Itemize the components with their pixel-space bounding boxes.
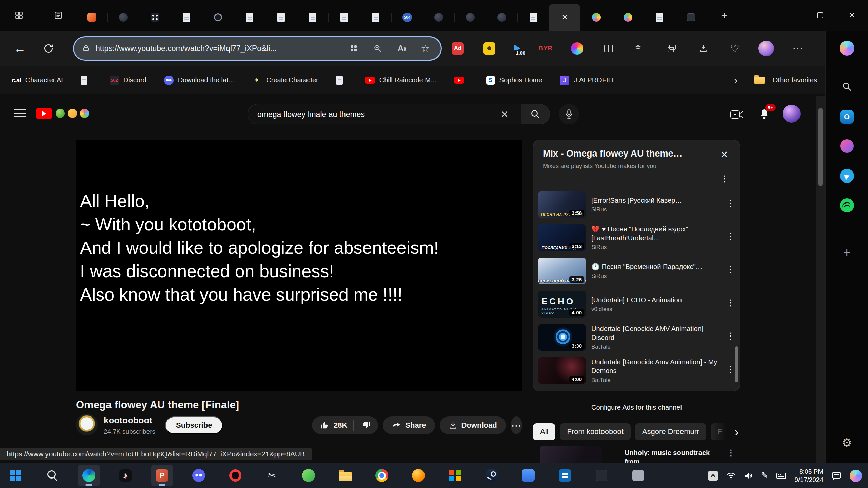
byr-extension-icon[interactable]: BYR xyxy=(536,39,555,58)
favorite-item[interactable] xyxy=(454,77,469,84)
related-video-row[interactable]: Unholy: music soundtrack from xyxy=(533,446,740,463)
playback-speed-extension-icon[interactable]: 1.00 xyxy=(511,42,524,55)
page-scrollbar-thumb[interactable] xyxy=(818,108,823,186)
browser-tab[interactable] xyxy=(517,4,549,30)
minimize-button[interactable] xyxy=(772,0,804,30)
browser-tab[interactable] xyxy=(454,4,486,30)
hidden-icons-chevron[interactable] xyxy=(708,471,718,481)
browser-tab[interactable] xyxy=(423,4,454,30)
search-input[interactable] xyxy=(248,104,521,124)
search-button[interactable] xyxy=(521,104,550,124)
chips-next-icon[interactable] xyxy=(734,425,740,440)
taskbar-item[interactable] xyxy=(371,465,393,486)
pen-icon[interactable] xyxy=(761,470,768,481)
browser-tab[interactable] xyxy=(171,4,202,30)
notifications-bell-icon[interactable]: 9+ xyxy=(755,105,773,124)
browser-essentials-icon[interactable] xyxy=(725,39,744,58)
tab-close-icon[interactable] xyxy=(561,13,568,22)
dislike-button[interactable] xyxy=(354,421,378,430)
item-kebab-icon[interactable] xyxy=(726,298,735,308)
taskbar-item[interactable] xyxy=(224,465,246,486)
download-button[interactable]: Download xyxy=(440,416,506,434)
designer-icon[interactable] xyxy=(837,137,856,156)
network-icon[interactable] xyxy=(726,472,736,480)
playlist-kebab-icon[interactable] xyxy=(720,174,729,184)
sidebar-search-icon[interactable] xyxy=(837,77,856,96)
split-screen-icon[interactable] xyxy=(599,39,618,58)
favorite-item[interactable]: Create Character xyxy=(252,75,318,85)
filter-chip[interactable]: All xyxy=(533,423,555,440)
touch-keyboard-icon[interactable] xyxy=(776,472,786,480)
related-kebab-icon[interactable] xyxy=(727,448,735,458)
taskbar-item[interactable] xyxy=(5,465,26,486)
taskbar-copilot-icon[interactable] xyxy=(850,470,862,482)
sidebar-add-icon[interactable] xyxy=(837,243,856,262)
subscribe-button[interactable]: Subscribe xyxy=(165,416,223,434)
taskbar-item[interactable] xyxy=(78,465,100,486)
copilot-icon[interactable] xyxy=(837,39,856,58)
page-scrollbar[interactable] xyxy=(816,96,825,463)
back-button[interactable] xyxy=(9,38,31,59)
browser-tab[interactable] xyxy=(297,4,328,30)
taskbar-item[interactable] xyxy=(334,465,356,486)
item-kebab-icon[interactable] xyxy=(726,231,735,242)
browser-tab[interactable] xyxy=(107,4,139,30)
taskbar-item[interactable] xyxy=(298,465,319,486)
taskbar-item[interactable] xyxy=(115,465,136,486)
playlist-close-icon[interactable] xyxy=(717,148,731,161)
channel-avatar[interactable] xyxy=(76,414,98,435)
taskbar-item[interactable] xyxy=(591,465,612,486)
favorite-star-icon[interactable] xyxy=(418,42,432,55)
channel-name[interactable]: kootooboot xyxy=(104,415,152,426)
favorite-item[interactable]: J J.AI PROFILE xyxy=(560,76,616,85)
taskbar-item[interactable] xyxy=(261,465,283,486)
browser-tab[interactable] xyxy=(644,4,675,30)
sidebar-settings-icon[interactable] xyxy=(837,433,856,452)
favorite-item[interactable]: c.ai Character.AI xyxy=(12,75,63,85)
more-actions-button[interactable] xyxy=(511,416,522,434)
taskbar-item[interactable] xyxy=(41,465,63,486)
outlook-icon[interactable] xyxy=(837,107,856,126)
apps-grid-icon[interactable] xyxy=(347,42,361,55)
other-favorites-label[interactable]: Other favorites xyxy=(773,76,817,84)
settings-menu-icon[interactable] xyxy=(788,39,807,58)
favorite-item[interactable]: Chill Raincode M... xyxy=(365,76,436,84)
taskbar-item[interactable] xyxy=(481,465,502,486)
playlist-item[interactable]: ВРЕМЕННОЙ ПАРАДОКС 3:26 🕐 Песня "Временн… xyxy=(533,254,740,287)
browser-tab[interactable] xyxy=(265,4,297,30)
youtube-logo[interactable] xyxy=(36,108,52,119)
favorite-item[interactable]: Download the lat... xyxy=(164,76,234,85)
browser-tab[interactable] xyxy=(612,4,644,30)
other-favorites-folder-icon[interactable] xyxy=(754,77,765,84)
browser-tab[interactable] xyxy=(360,4,391,30)
search-clear-icon[interactable] xyxy=(498,108,511,120)
browser-tab[interactable] xyxy=(76,4,107,30)
spotify-icon[interactable] xyxy=(837,196,856,215)
guide-menu-icon[interactable] xyxy=(14,113,26,114)
workspaces-icon[interactable] xyxy=(10,6,28,24)
pinwheel-extension-icon[interactable] xyxy=(568,39,587,58)
adblock-extension-icon[interactable]: Ad xyxy=(448,39,467,58)
browser-tab[interactable] xyxy=(328,4,360,30)
browser-tab[interactable] xyxy=(486,4,517,30)
playlist-scrollbar-thumb[interactable] xyxy=(735,346,738,382)
video-player[interactable]: All Hello,~ With you kototoboot,And I wo… xyxy=(76,140,522,391)
browser-tab[interactable] xyxy=(202,4,234,30)
item-kebab-icon[interactable] xyxy=(726,364,735,374)
share-button[interactable]: Share xyxy=(383,416,435,434)
favorites-overflow-icon[interactable] xyxy=(734,74,738,87)
browser-tab[interactable]: 504 xyxy=(391,4,423,30)
browser-tab[interactable] xyxy=(675,4,707,30)
address-bar[interactable]: https://www.youtube.com/watch?v=iMql77_i… xyxy=(74,37,441,60)
taskbar-item[interactable] xyxy=(627,465,649,486)
favorites-hub-icon[interactable] xyxy=(631,39,650,58)
browser-tab[interactable] xyxy=(234,4,265,30)
playlist-item[interactable]: ECHO ANIMATED MUSIC VIDEO 4:00 [Undertal… xyxy=(533,287,740,321)
profile-avatar[interactable] xyxy=(757,39,776,58)
zoom-out-icon[interactable] xyxy=(371,42,384,55)
taskbar-item[interactable] xyxy=(444,465,466,486)
taskbar-item[interactable] xyxy=(188,465,210,486)
playlist-item[interactable]: ПЕСНЯ НА РУССКОМ 3:58 [Error!Sans ]Русск… xyxy=(533,188,740,221)
lock-icon[interactable] xyxy=(82,44,90,53)
collections-icon[interactable] xyxy=(662,39,681,58)
